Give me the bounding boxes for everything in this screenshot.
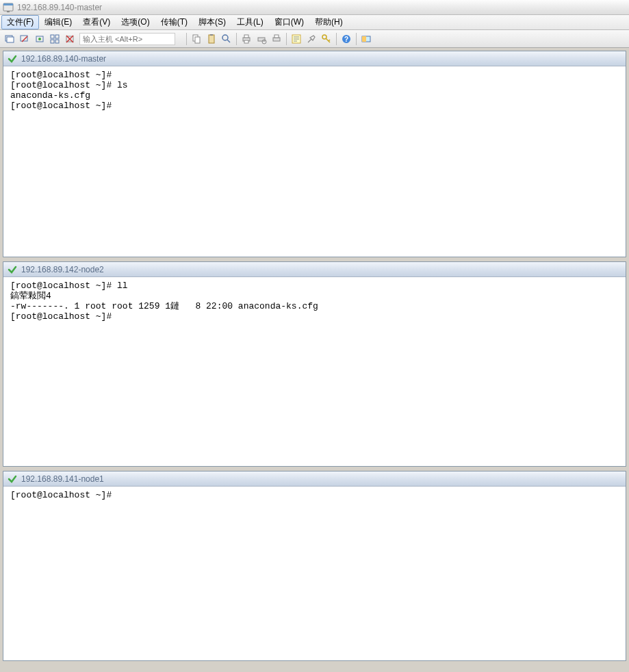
find-icon[interactable] xyxy=(220,32,233,46)
svg-rect-8 xyxy=(51,35,54,38)
menu-window[interactable]: 窗口(W) xyxy=(269,15,309,29)
panel-header[interactable]: 192.168.89.141-node1 xyxy=(3,471,626,487)
print-preview-icon[interactable] xyxy=(270,32,283,46)
toolbar-separator xyxy=(286,33,287,45)
sessions-icon[interactable] xyxy=(48,32,62,46)
print-setup-icon[interactable] xyxy=(255,32,268,46)
app-icon xyxy=(3,2,14,13)
menu-file[interactable]: 文件(F) xyxy=(1,15,39,29)
svg-rect-4 xyxy=(7,37,14,42)
svg-rect-23 xyxy=(273,38,280,41)
toolbar: ? xyxy=(0,30,629,48)
menu-transfer[interactable]: 传输(T) xyxy=(155,15,193,29)
connected-icon xyxy=(8,265,17,274)
svg-rect-15 xyxy=(209,35,214,43)
delete-icon[interactable] xyxy=(63,32,77,46)
menu-script[interactable]: 脚本(S) xyxy=(193,15,231,29)
key-icon[interactable] xyxy=(320,32,333,46)
svg-point-17 xyxy=(222,35,228,40)
svg-rect-10 xyxy=(51,40,54,43)
toolbar-separator xyxy=(356,33,357,45)
svg-rect-11 xyxy=(55,40,59,43)
svg-rect-16 xyxy=(210,34,213,36)
settings-icon[interactable] xyxy=(305,32,318,46)
svg-point-7 xyxy=(38,38,41,40)
svg-rect-21 xyxy=(258,38,265,41)
terminal-panels: 192.168.89.140-master [root@localhost ~]… xyxy=(0,48,629,672)
connect-icon[interactable] xyxy=(3,32,16,46)
panel-header[interactable]: 192.168.89.140-master xyxy=(3,51,626,66)
connected-icon xyxy=(8,474,17,484)
svg-rect-14 xyxy=(195,37,200,43)
menu-tools[interactable]: 工具(L) xyxy=(231,15,269,29)
toolbar-separator xyxy=(336,33,337,45)
print-icon[interactable] xyxy=(240,32,253,46)
terminal-output[interactable]: [root@localhost ~]# [root@localhost ~]# … xyxy=(3,66,626,257)
menu-help[interactable]: 帮助(H) xyxy=(309,15,348,29)
toolbar-separator xyxy=(186,33,187,45)
terminal-output[interactable]: [root@localhost ~]# ll 鎬荤敤閲4 -rw-------.… xyxy=(3,277,626,466)
terminal-panel-node2: 192.168.89.142-node2 [root@localhost ~]#… xyxy=(3,261,626,467)
disconnect-icon[interactable] xyxy=(18,32,31,46)
menu-edit[interactable]: 编辑(E) xyxy=(39,15,77,29)
toolbar-separator xyxy=(236,33,237,45)
toggle-icon[interactable] xyxy=(359,32,373,46)
svg-rect-1 xyxy=(3,3,13,5)
terminal-panel-node1: 192.168.89.141-node1 [root@localhost ~]# xyxy=(3,471,626,661)
window-title: 192.168.89.140-master xyxy=(17,3,102,12)
svg-rect-30 xyxy=(362,36,366,42)
panel-title: 192.168.89.140-master xyxy=(21,54,106,64)
properties-icon[interactable] xyxy=(290,32,303,46)
menu-view[interactable]: 查看(V) xyxy=(77,15,116,29)
connected-icon xyxy=(8,54,17,64)
help-icon[interactable]: ? xyxy=(339,32,353,46)
terminal-output[interactable]: [root@localhost ~]# xyxy=(3,487,626,660)
menubar: 文件(F) 编辑(E) 查看(V) 选项(O) 传输(T) 脚本(S) 工具(L… xyxy=(0,15,629,30)
panel-title: 192.168.89.142-node2 xyxy=(21,265,104,274)
svg-rect-19 xyxy=(244,35,248,38)
svg-rect-2 xyxy=(7,11,10,12)
host-input[interactable] xyxy=(79,33,175,45)
panel-header[interactable]: 192.168.89.142-node2 xyxy=(3,262,626,277)
paste-icon[interactable] xyxy=(205,32,218,46)
reconnect-icon[interactable] xyxy=(33,32,47,46)
menu-options[interactable]: 选项(O) xyxy=(116,15,155,29)
svg-rect-9 xyxy=(55,35,59,38)
copy-icon[interactable] xyxy=(190,32,203,46)
terminal-panel-master: 192.168.89.140-master [root@localhost ~]… xyxy=(3,51,626,257)
panel-title: 192.168.89.141-node1 xyxy=(21,474,104,484)
svg-text:?: ? xyxy=(344,36,348,43)
svg-rect-24 xyxy=(274,35,279,38)
svg-rect-20 xyxy=(244,40,248,43)
window-titlebar: 192.168.89.140-master xyxy=(0,0,629,15)
